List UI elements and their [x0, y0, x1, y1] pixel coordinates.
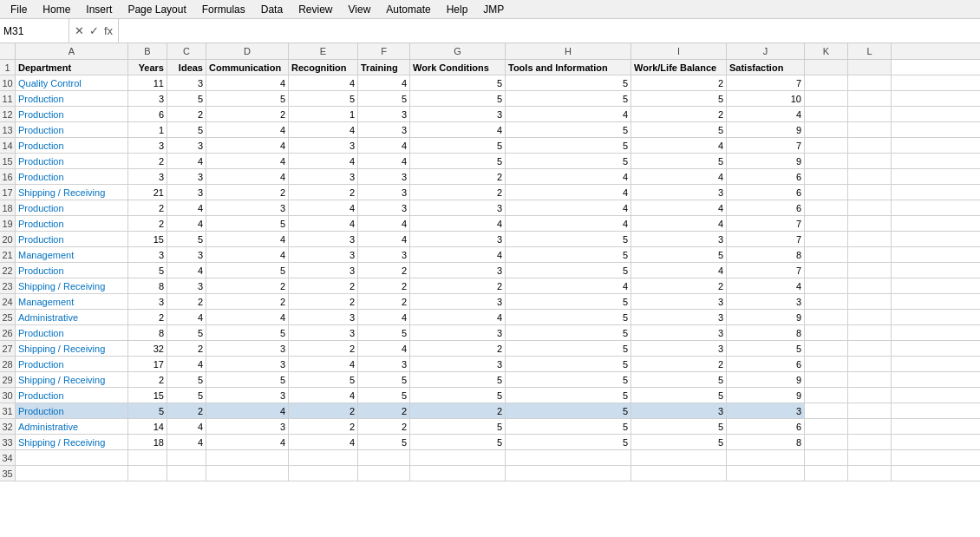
cell-recognition[interactable]: 5	[289, 372, 358, 387]
cell-worklife-balance[interactable]: 4	[631, 216, 727, 231]
cell-department[interactable]: Production	[16, 91, 128, 106]
cell-reference-box[interactable]: M31	[0, 19, 69, 43]
menu-file[interactable]: File	[3, 2, 34, 17]
cell-tools-info[interactable]	[506, 466, 631, 481]
cell-ideas[interactable]: 4	[167, 154, 206, 168]
cell-communication[interactable]: 3	[206, 200, 289, 215]
cell-worklife-balance[interactable]: 3	[631, 185, 727, 200]
cell-training[interactable]: 5	[358, 435, 410, 449]
cell-training[interactable]	[358, 466, 410, 481]
menu-automate[interactable]: Automate	[379, 2, 437, 17]
cell-training[interactable]: 5	[358, 388, 410, 403]
cell-communication[interactable]: 5	[206, 325, 289, 340]
cell-years[interactable]: 17	[128, 357, 167, 371]
cell-work-conditions[interactable]: 3	[410, 200, 506, 215]
cell-recognition[interactable]: 3	[289, 232, 358, 246]
cell-tools-info[interactable]: 5	[506, 232, 631, 246]
menu-insert[interactable]: Insert	[79, 2, 119, 17]
cell-recognition[interactable]: 4	[289, 154, 358, 168]
col-header-j[interactable]: J	[727, 43, 805, 59]
cell-recognition[interactable]: 3	[289, 325, 358, 340]
cancel-icon[interactable]: ✕	[75, 24, 84, 37]
cell-communication[interactable]: 2	[206, 294, 289, 309]
cell-work-conditions[interactable]: 5	[410, 75, 506, 90]
cell-department[interactable]: Management	[16, 294, 128, 309]
cell-work-conditions[interactable]: 5	[410, 435, 506, 449]
cell-worklife-balance[interactable]	[631, 450, 727, 465]
cell-years[interactable]: 14	[128, 419, 167, 434]
cell-satisfaction[interactable]: 4	[727, 278, 805, 293]
cell-worklife-balance[interactable]: 2	[631, 75, 727, 90]
cell-communication[interactable]: 3	[206, 357, 289, 371]
cell-recognition[interactable]: 2	[289, 294, 358, 309]
cell-tools-info[interactable]: 4	[506, 200, 631, 215]
cell-years[interactable]: 15	[128, 232, 167, 246]
col-header-c[interactable]: C	[167, 43, 206, 59]
menu-data[interactable]: Data	[254, 2, 290, 17]
cell-worklife-balance[interactable]: 5	[631, 388, 727, 403]
col-header-l[interactable]: L	[848, 43, 892, 59]
menu-review[interactable]: Review	[291, 2, 339, 17]
cell-worklife-balance[interactable]: 2	[631, 107, 727, 121]
cell-department[interactable]: Production	[16, 403, 128, 418]
cell-communication[interactable]: 5	[206, 91, 289, 106]
cell-recognition[interactable]: 3	[289, 169, 358, 184]
cell-satisfaction[interactable]: 9	[727, 372, 805, 387]
cell-communication[interactable]	[206, 450, 289, 465]
cell-communication[interactable]: 4	[206, 403, 289, 418]
cell-ideas[interactable]: 5	[167, 372, 206, 387]
cell-training[interactable]: 4	[358, 310, 410, 324]
cell-tools-info[interactable]: 4	[506, 216, 631, 231]
cell-training[interactable]: 5	[358, 325, 410, 340]
header-tools-info[interactable]: Tools and Information	[506, 60, 631, 75]
cell-satisfaction[interactable]	[727, 466, 805, 481]
confirm-icon[interactable]: ✓	[89, 24, 99, 37]
cell-tools-info[interactable]: 5	[506, 75, 631, 90]
cell-satisfaction[interactable]: 6	[727, 419, 805, 434]
cell-ideas[interactable]: 4	[167, 310, 206, 324]
cell-work-conditions[interactable]: 4	[410, 216, 506, 231]
cell-work-conditions[interactable]: 5	[410, 91, 506, 106]
cell-recognition[interactable]: 4	[289, 216, 358, 231]
cell-department[interactable]: Production	[16, 107, 128, 121]
menu-formulas[interactable]: Formulas	[195, 2, 252, 17]
cell-years[interactable]: 5	[128, 263, 167, 278]
cell-worklife-balance[interactable]: 5	[631, 122, 727, 137]
header-work-conditions[interactable]: Work Conditions	[410, 60, 506, 75]
cell-work-conditions[interactable]: 5	[410, 372, 506, 387]
cell-training[interactable]: 4	[358, 216, 410, 231]
cell-training[interactable]: 4	[358, 154, 410, 168]
cell-worklife-balance[interactable]: 3	[631, 341, 727, 356]
cell-worklife-balance[interactable]: 3	[631, 403, 727, 418]
cell-years[interactable]: 3	[128, 169, 167, 184]
cell-communication[interactable]: 2	[206, 107, 289, 121]
cell-work-conditions[interactable]: 4	[410, 310, 506, 324]
cell-recognition[interactable]: 4	[289, 357, 358, 371]
cell-department[interactable]: Shipping / Receiving	[16, 278, 128, 293]
cell-ideas[interactable]: 5	[167, 232, 206, 246]
cell-worklife-balance[interactable]: 4	[631, 263, 727, 278]
cell-work-conditions[interactable]: 5	[410, 138, 506, 153]
cell-ideas[interactable]: 3	[167, 75, 206, 90]
cell-satisfaction[interactable]: 6	[727, 200, 805, 215]
cell-tools-info[interactable]: 5	[506, 263, 631, 278]
cell-years[interactable]: 11	[128, 75, 167, 90]
cell-tools-info[interactable]: 5	[506, 122, 631, 137]
cell-tools-info[interactable]: 5	[506, 154, 631, 168]
cell-years[interactable]: 21	[128, 185, 167, 200]
cell-training[interactable]: 5	[358, 372, 410, 387]
cell-satisfaction[interactable]: 9	[727, 122, 805, 137]
cell-department[interactable]: Production	[16, 232, 128, 246]
cell-department[interactable]: Production	[16, 263, 128, 278]
cell-worklife-balance[interactable]: 3	[631, 310, 727, 324]
cell-communication[interactable]: 4	[206, 138, 289, 153]
cell-communication[interactable]: 3	[206, 388, 289, 403]
formula-input[interactable]	[119, 19, 980, 43]
cell-years[interactable]: 15	[128, 388, 167, 403]
cell-training[interactable]: 2	[358, 294, 410, 309]
cell-work-conditions[interactable]: 5	[410, 419, 506, 434]
col-header-e[interactable]: E	[289, 43, 358, 59]
cell-recognition[interactable]	[289, 466, 358, 481]
cell-training[interactable]: 3	[358, 200, 410, 215]
cell-communication[interactable]: 4	[206, 169, 289, 184]
